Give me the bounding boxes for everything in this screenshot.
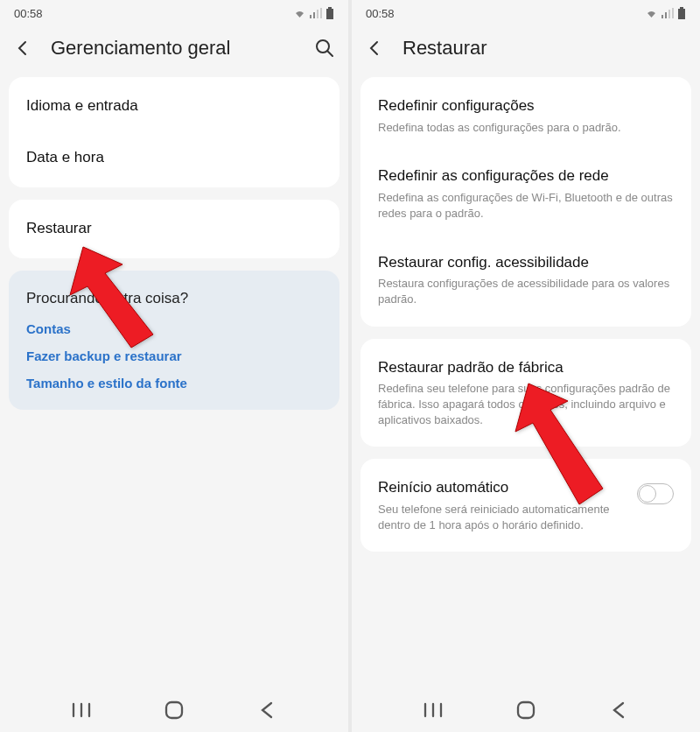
status-bar: 00:58: [352, 0, 700, 26]
discover-link-accounts[interactable]: Contas: [26, 321, 322, 336]
phone-right: 00:58 Restaurar Redefinir configurações …: [352, 0, 700, 732]
row-title: Restaurar padrão de fábrica: [378, 358, 674, 378]
discover-link-font[interactable]: Tamanho e estilo da fonte: [26, 376, 322, 391]
nav-back[interactable]: [601, 701, 636, 719]
page-header: Restaurar: [352, 26, 700, 77]
row-subtitle: Redefina todas as configurações para o p…: [378, 120, 674, 136]
row-title: Restaurar config. acessibilidade: [378, 253, 674, 273]
row-reset-accessibility[interactable]: Restaurar config. acessibilidade Restaur…: [360, 237, 691, 323]
nav-back[interactable]: [249, 701, 284, 719]
nav-home[interactable]: [157, 700, 192, 720]
phone-left: 00:58 Gerenciamento geral Idioma e entra…: [0, 0, 348, 732]
svg-rect-2: [317, 10, 318, 18]
row-subtitle: Seu telefone será reiniciado automaticam…: [378, 502, 626, 532]
signal-icon: [662, 8, 674, 18]
svg-rect-1: [313, 12, 315, 18]
reset-group-2: Restaurar padrão de fábrica Redefina seu…: [360, 339, 691, 447]
row-title: Idioma e entrada: [26, 96, 322, 116]
row-date-time[interactable]: Data e hora: [9, 132, 340, 184]
svg-rect-13: [678, 9, 685, 19]
nav-home[interactable]: [508, 700, 543, 720]
row-reset-network[interactable]: Redefinir as configurações de rede Redef…: [360, 151, 691, 236]
row-title: Reinício automático: [378, 478, 626, 498]
settings-group-2: Restaurar: [9, 200, 340, 258]
toggle-auto-restart[interactable]: [637, 483, 674, 504]
svg-rect-10: [668, 10, 670, 18]
discover-link-backup[interactable]: Fazer backup e restaurar: [26, 348, 322, 363]
row-title: Redefinir configurações: [378, 96, 674, 116]
row-title: Redefinir as configurações de rede: [378, 166, 674, 187]
wifi-icon: [645, 8, 658, 18]
nav-recents[interactable]: [416, 702, 451, 718]
content-area: Redefinir configurações Redefina todas a…: [352, 77, 700, 688]
reset-group-3: Reinício automático Seu telefone será re…: [360, 459, 691, 552]
svg-rect-8: [662, 15, 663, 18]
back-icon[interactable]: [14, 39, 32, 57]
status-time: 00:58: [366, 7, 395, 20]
page-title: Restaurar: [402, 37, 686, 60]
svg-rect-11: [672, 8, 674, 18]
status-icons: [645, 7, 686, 19]
status-bar: 00:58: [0, 0, 348, 26]
nav-bar: [0, 688, 348, 732]
svg-rect-0: [310, 15, 312, 18]
battery-icon: [677, 7, 686, 19]
svg-rect-3: [320, 8, 322, 18]
settings-group-1: Idioma e entrada Data e hora: [9, 77, 340, 187]
row-subtitle: Redefina as configurações de Wi-Fi, Blue…: [378, 190, 674, 221]
nav-recents[interactable]: [64, 702, 99, 718]
status-time: 00:58: [14, 7, 43, 20]
svg-rect-14: [518, 702, 534, 718]
discover-title: Procurando outra coisa?: [26, 290, 322, 307]
row-reset-settings[interactable]: Redefinir configurações Redefina todas a…: [360, 81, 691, 151]
page-header: Gerenciamento geral: [0, 26, 348, 77]
row-language-input[interactable]: Idioma e entrada: [9, 81, 340, 132]
reset-group-1: Redefinir configurações Redefina todas a…: [360, 77, 691, 327]
row-restore[interactable]: Restaurar: [9, 203, 340, 255]
nav-bar: [352, 688, 700, 732]
svg-rect-5: [326, 9, 333, 19]
row-subtitle: Redefina seu telefone para suas configur…: [378, 381, 674, 427]
discover-panel: Procurando outra coisa? Contas Fazer bac…: [9, 271, 340, 410]
status-icons: [293, 7, 334, 19]
back-icon[interactable]: [366, 39, 383, 57]
battery-icon: [326, 7, 334, 19]
svg-rect-4: [328, 7, 332, 9]
signal-icon: [310, 8, 322, 18]
search-icon[interactable]: [315, 39, 334, 58]
content-area: Idioma e entrada Data e hora Restaurar P…: [0, 77, 348, 688]
row-title: Restaurar: [26, 219, 322, 239]
row-auto-restart[interactable]: Reinício automático Seu telefone será re…: [360, 462, 691, 548]
wifi-icon: [293, 8, 306, 18]
row-subtitle: Restaura configurações de acessibilidade…: [378, 276, 674, 306]
page-title: Gerenciamento geral: [51, 37, 296, 60]
svg-rect-9: [665, 12, 667, 18]
row-title: Data e hora: [26, 148, 322, 168]
svg-rect-7: [166, 702, 182, 718]
svg-rect-12: [680, 7, 683, 9]
row-factory-reset[interactable]: Restaurar padrão de fábrica Redefina seu…: [360, 342, 691, 444]
